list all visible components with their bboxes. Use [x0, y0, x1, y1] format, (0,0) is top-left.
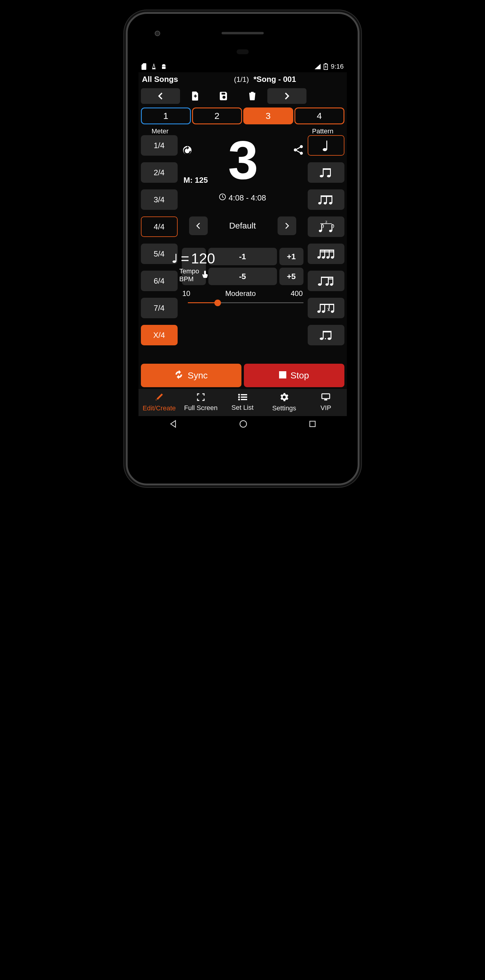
pattern-eighth-triple[interactable] — [308, 189, 344, 210]
fullscreen-icon — [197, 393, 205, 403]
song-title[interactable]: *Song - 001 — [253, 75, 296, 84]
svg-rect-31 — [331, 224, 332, 231]
quarter-note-icon — [172, 250, 179, 267]
tempo-value: 120 — [191, 250, 215, 267]
recent-button[interactable] — [309, 421, 316, 428]
meter-column: 1/4 2/4 3/4 4/4 5/4 6/4 7/4 X/4 — [141, 135, 178, 360]
nav-vip[interactable]: VIP — [305, 389, 347, 416]
tempo-plus-5-button[interactable]: +5 — [279, 268, 304, 285]
share-icon[interactable] — [294, 145, 303, 156]
meter-1-4[interactable]: 1/4 — [141, 135, 178, 156]
preset-prev-button[interactable] — [189, 216, 208, 235]
svg-rect-26 — [321, 196, 332, 197]
song-header: All Songs (1/1) *Song - 001 — [138, 72, 347, 86]
pattern-syncopated[interactable] — [308, 298, 344, 318]
meter-7-4[interactable]: 7/4 — [141, 298, 178, 318]
time-display: 4:08 - 4:08 — [219, 193, 266, 203]
svg-point-1 — [165, 64, 165, 65]
stop-label: Stop — [291, 370, 309, 380]
meter-custom[interactable]: X/4 — [141, 325, 178, 345]
pattern-eighth-pair[interactable] — [308, 162, 344, 183]
sync-icon — [174, 370, 183, 381]
status-time: 9:16 — [331, 63, 344, 70]
meter-2-4[interactable]: 2/4 — [141, 162, 178, 183]
svg-point-8 — [294, 148, 297, 151]
svg-rect-72 — [324, 399, 327, 401]
tempo-max-label: 400 — [291, 290, 302, 298]
time-text: 4:08 - 4:08 — [229, 193, 266, 203]
pattern-quarter[interactable] — [308, 135, 344, 156]
meter-4-4[interactable]: 4/4 — [141, 216, 178, 237]
svg-point-73 — [240, 421, 246, 427]
list-name[interactable]: All Songs — [142, 75, 178, 84]
preset-next-button[interactable] — [278, 216, 296, 235]
pattern-triplet[interactable]: 3 — [308, 216, 344, 237]
svg-rect-68 — [241, 396, 247, 398]
status-bar: 9:16 — [138, 61, 347, 72]
nav-fullscreen[interactable]: Full Screen — [180, 389, 221, 416]
meter-6-4[interactable]: 6/4 — [141, 270, 178, 291]
vip-icon — [321, 393, 330, 403]
sync-button[interactable]: Sync — [141, 364, 242, 387]
save-button[interactable] — [211, 88, 237, 104]
delete-button[interactable] — [240, 88, 265, 104]
sd-card-icon — [142, 63, 147, 70]
pattern-sixteenth-four[interactable] — [308, 243, 344, 264]
nav-edit-create[interactable]: Edit/Create — [138, 389, 180, 416]
metronome-icon — [151, 63, 157, 70]
svg-point-0 — [162, 64, 163, 65]
tempo-minus-1-button[interactable]: -1 — [208, 248, 277, 265]
clock-icon — [219, 193, 226, 203]
tempo-minus-5-button[interactable]: -5 — [208, 268, 277, 285]
prev-song-button[interactable] — [141, 88, 180, 104]
nav-settings[interactable]: Settings — [264, 389, 305, 416]
beat-2[interactable]: 2 — [192, 108, 242, 124]
svg-rect-12 — [175, 254, 177, 262]
pencil-icon — [155, 393, 164, 403]
svg-point-65 — [238, 394, 240, 396]
nav-setlist-label: Set List — [232, 404, 253, 412]
sync-label: Sync — [188, 370, 208, 380]
svg-point-13 — [323, 148, 327, 151]
list-icon — [238, 393, 247, 402]
nav-settings-label: Settings — [272, 404, 296, 412]
song-toolbar — [138, 86, 347, 106]
svg-rect-63 — [323, 331, 331, 332]
loop-icon[interactable] — [182, 145, 193, 157]
stop-icon — [279, 370, 286, 380]
svg-rect-14 — [326, 141, 327, 150]
meter-5-4[interactable]: 5/4 — [141, 243, 178, 264]
tempo-display[interactable]: = 120 Tempo BPM — [182, 248, 206, 285]
meter-3-4[interactable]: 3/4 — [141, 189, 178, 210]
pattern-dotted[interactable] — [308, 325, 344, 345]
beat-4[interactable]: 4 — [294, 108, 344, 124]
preset-name[interactable]: Default — [214, 221, 272, 231]
svg-point-60 — [325, 338, 326, 339]
svg-rect-19 — [323, 168, 331, 170]
svg-rect-71 — [322, 394, 330, 399]
tempo-plus-1-button[interactable]: +1 — [279, 248, 304, 265]
beat-1[interactable]: 1 — [141, 108, 191, 124]
bottom-nav: Edit/Create Full Screen Set List Setting… — [138, 389, 347, 416]
svg-rect-29 — [321, 224, 322, 231]
pattern-eighth-sixteenth[interactable] — [308, 270, 344, 291]
measure-label: M: — [184, 175, 193, 185]
center-panel: 3 M: 125 4:08 - 4:08 — [180, 135, 305, 360]
stop-button[interactable]: Stop — [244, 364, 344, 387]
svg-rect-64 — [279, 371, 286, 379]
svg-rect-70 — [241, 399, 247, 400]
tempo-slider[interactable] — [182, 299, 304, 305]
home-button[interactable] — [239, 420, 247, 429]
back-button[interactable] — [170, 420, 177, 429]
nav-vip-label: VIP — [321, 404, 331, 412]
pattern-label: Pattern — [312, 127, 334, 135]
beat-3[interactable]: 3 — [243, 108, 293, 124]
tempo-min-label: 10 — [183, 290, 191, 298]
beat-indicators: 1 2 3 4 — [138, 106, 347, 126]
nav-setlist[interactable]: Set List — [221, 389, 263, 416]
next-song-button[interactable] — [267, 88, 307, 104]
svg-rect-74 — [310, 421, 315, 426]
song-index: (1/1) — [234, 75, 249, 83]
tempo-name-label: Moderato — [190, 290, 291, 298]
new-file-button[interactable] — [183, 88, 208, 104]
